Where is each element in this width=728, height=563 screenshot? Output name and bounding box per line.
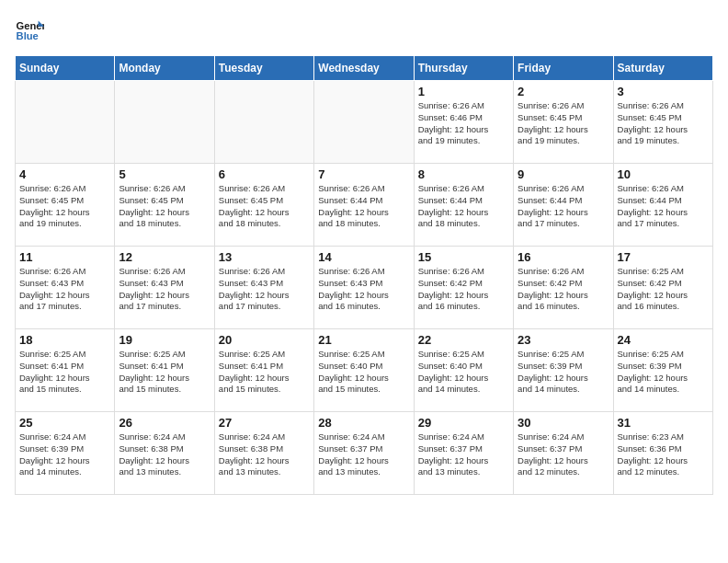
weekday-header-wednesday: Wednesday — [314, 56, 414, 81]
weekday-header-sunday: Sunday — [16, 56, 115, 81]
calendar-cell: 13Sunrise: 6:26 AM Sunset: 6:43 PM Dayli… — [214, 247, 313, 329]
day-number: 30 — [518, 416, 609, 430]
cell-info: Sunrise: 6:24 AM Sunset: 6:38 PM Dayligh… — [119, 431, 210, 478]
day-number: 18 — [19, 333, 110, 347]
calendar-cell: 31Sunrise: 6:23 AM Sunset: 6:36 PM Dayli… — [613, 412, 712, 495]
cell-info: Sunrise: 6:26 AM Sunset: 6:42 PM Dayligh… — [418, 266, 509, 313]
week-row-1: 1Sunrise: 6:26 AM Sunset: 6:46 PM Daylig… — [16, 81, 713, 164]
cell-info: Sunrise: 6:26 AM Sunset: 6:46 PM Dayligh… — [418, 100, 509, 147]
day-number: 12 — [119, 250, 210, 264]
logo-icon: General Blue — [15, 15, 44, 44]
day-number: 15 — [418, 250, 509, 264]
day-number: 10 — [618, 167, 709, 181]
weekday-header-row: SundayMondayTuesdayWednesdayThursdayFrid… — [16, 56, 713, 81]
calendar-cell: 25Sunrise: 6:24 AM Sunset: 6:39 PM Dayli… — [16, 412, 115, 495]
week-row-4: 18Sunrise: 6:25 AM Sunset: 6:41 PM Dayli… — [16, 329, 713, 412]
calendar-cell: 4Sunrise: 6:26 AM Sunset: 6:45 PM Daylig… — [16, 164, 115, 247]
day-number: 27 — [219, 416, 310, 430]
cell-info: Sunrise: 6:25 AM Sunset: 6:41 PM Dayligh… — [119, 349, 210, 396]
calendar-cell — [214, 81, 313, 164]
cell-info: Sunrise: 6:26 AM Sunset: 6:43 PM Dayligh… — [19, 266, 110, 313]
calendar-cell — [16, 81, 115, 164]
week-row-2: 4Sunrise: 6:26 AM Sunset: 6:45 PM Daylig… — [16, 164, 713, 247]
cell-info: Sunrise: 6:26 AM Sunset: 6:45 PM Dayligh… — [119, 183, 210, 230]
calendar-cell: 24Sunrise: 6:25 AM Sunset: 6:39 PM Dayli… — [613, 329, 712, 412]
day-number: 3 — [618, 85, 709, 98]
calendar-cell: 11Sunrise: 6:26 AM Sunset: 6:43 PM Dayli… — [16, 247, 115, 329]
cell-info: Sunrise: 6:24 AM Sunset: 6:37 PM Dayligh… — [318, 431, 409, 478]
cell-info: Sunrise: 6:26 AM Sunset: 6:45 PM Dayligh… — [219, 183, 310, 230]
cell-info: Sunrise: 6:24 AM Sunset: 6:38 PM Dayligh… — [219, 431, 310, 478]
day-number: 17 — [618, 250, 709, 264]
calendar-cell: 12Sunrise: 6:26 AM Sunset: 6:43 PM Dayli… — [115, 247, 214, 329]
cell-info: Sunrise: 6:25 AM Sunset: 6:39 PM Dayligh… — [518, 349, 609, 396]
cell-info: Sunrise: 6:24 AM Sunset: 6:37 PM Dayligh… — [418, 431, 509, 478]
cell-info: Sunrise: 6:26 AM Sunset: 6:44 PM Dayligh… — [618, 183, 709, 230]
calendar-cell: 20Sunrise: 6:25 AM Sunset: 6:41 PM Dayli… — [214, 329, 313, 412]
cell-info: Sunrise: 6:25 AM Sunset: 6:41 PM Dayligh… — [219, 349, 310, 396]
cell-info: Sunrise: 6:24 AM Sunset: 6:37 PM Dayligh… — [518, 431, 609, 478]
day-number: 25 — [19, 416, 110, 430]
day-number: 16 — [518, 250, 609, 264]
cell-info: Sunrise: 6:26 AM Sunset: 6:45 PM Dayligh… — [19, 183, 110, 230]
calendar-cell: 28Sunrise: 6:24 AM Sunset: 6:37 PM Dayli… — [314, 412, 414, 495]
cell-info: Sunrise: 6:26 AM Sunset: 6:45 PM Dayligh… — [618, 100, 709, 147]
weekday-header-thursday: Thursday — [414, 56, 513, 81]
logo: General Blue — [15, 15, 48, 44]
day-number: 2 — [518, 85, 609, 98]
calendar-cell: 22Sunrise: 6:25 AM Sunset: 6:40 PM Dayli… — [414, 329, 513, 412]
day-number: 29 — [418, 416, 509, 430]
calendar-table: SundayMondayTuesdayWednesdayThursdayFrid… — [15, 55, 713, 495]
day-number: 23 — [518, 333, 609, 347]
cell-info: Sunrise: 6:25 AM Sunset: 6:41 PM Dayligh… — [19, 349, 110, 396]
day-number: 21 — [318, 333, 409, 347]
cell-info: Sunrise: 6:25 AM Sunset: 6:40 PM Dayligh… — [418, 349, 509, 396]
calendar-cell — [314, 81, 414, 164]
cell-info: Sunrise: 6:26 AM Sunset: 6:43 PM Dayligh… — [219, 266, 310, 313]
day-number: 11 — [19, 250, 110, 264]
weekday-header-monday: Monday — [115, 56, 214, 81]
cell-info: Sunrise: 6:26 AM Sunset: 6:44 PM Dayligh… — [418, 183, 509, 230]
calendar-cell: 7Sunrise: 6:26 AM Sunset: 6:44 PM Daylig… — [314, 164, 414, 247]
day-number: 5 — [119, 167, 210, 181]
day-number: 8 — [418, 167, 509, 181]
calendar-cell: 2Sunrise: 6:26 AM Sunset: 6:45 PM Daylig… — [514, 81, 613, 164]
calendar-cell: 15Sunrise: 6:26 AM Sunset: 6:42 PM Dayli… — [414, 247, 513, 329]
cell-info: Sunrise: 6:26 AM Sunset: 6:44 PM Dayligh… — [318, 183, 409, 230]
cell-info: Sunrise: 6:26 AM Sunset: 6:45 PM Dayligh… — [518, 100, 609, 147]
day-number: 6 — [219, 167, 310, 181]
calendar-cell: 29Sunrise: 6:24 AM Sunset: 6:37 PM Dayli… — [414, 412, 513, 495]
cell-info: Sunrise: 6:26 AM Sunset: 6:43 PM Dayligh… — [318, 266, 409, 313]
calendar-cell: 9Sunrise: 6:26 AM Sunset: 6:44 PM Daylig… — [514, 164, 613, 247]
cell-info: Sunrise: 6:26 AM Sunset: 6:44 PM Dayligh… — [518, 183, 609, 230]
calendar-cell: 23Sunrise: 6:25 AM Sunset: 6:39 PM Dayli… — [514, 329, 613, 412]
day-number: 24 — [618, 333, 709, 347]
cell-info: Sunrise: 6:25 AM Sunset: 6:42 PM Dayligh… — [618, 266, 709, 313]
calendar-cell: 26Sunrise: 6:24 AM Sunset: 6:38 PM Dayli… — [115, 412, 214, 495]
calendar-cell: 19Sunrise: 6:25 AM Sunset: 6:41 PM Dayli… — [115, 329, 214, 412]
cell-info: Sunrise: 6:24 AM Sunset: 6:39 PM Dayligh… — [19, 431, 110, 478]
weekday-header-friday: Friday — [514, 56, 613, 81]
day-number: 4 — [19, 167, 110, 181]
calendar-cell: 14Sunrise: 6:26 AM Sunset: 6:43 PM Dayli… — [314, 247, 414, 329]
calendar-cell: 1Sunrise: 6:26 AM Sunset: 6:46 PM Daylig… — [414, 81, 513, 164]
calendar-cell: 8Sunrise: 6:26 AM Sunset: 6:44 PM Daylig… — [414, 164, 513, 247]
calendar-cell: 6Sunrise: 6:26 AM Sunset: 6:45 PM Daylig… — [214, 164, 313, 247]
day-number: 9 — [518, 167, 609, 181]
day-number: 28 — [318, 416, 409, 430]
svg-text:Blue: Blue — [17, 30, 39, 41]
day-number: 1 — [418, 85, 509, 98]
header: General Blue — [15, 15, 713, 44]
weekday-header-tuesday: Tuesday — [214, 56, 313, 81]
calendar-cell: 18Sunrise: 6:25 AM Sunset: 6:41 PM Dayli… — [16, 329, 115, 412]
week-row-3: 11Sunrise: 6:26 AM Sunset: 6:43 PM Dayli… — [16, 247, 713, 329]
calendar-cell — [115, 81, 214, 164]
day-number: 31 — [618, 416, 709, 430]
cell-info: Sunrise: 6:26 AM Sunset: 6:43 PM Dayligh… — [119, 266, 210, 313]
calendar-cell: 21Sunrise: 6:25 AM Sunset: 6:40 PM Dayli… — [314, 329, 414, 412]
day-number: 20 — [219, 333, 310, 347]
day-number: 26 — [119, 416, 210, 430]
cell-info: Sunrise: 6:25 AM Sunset: 6:39 PM Dayligh… — [618, 349, 709, 396]
calendar-cell: 16Sunrise: 6:26 AM Sunset: 6:42 PM Dayli… — [514, 247, 613, 329]
day-number: 19 — [119, 333, 210, 347]
